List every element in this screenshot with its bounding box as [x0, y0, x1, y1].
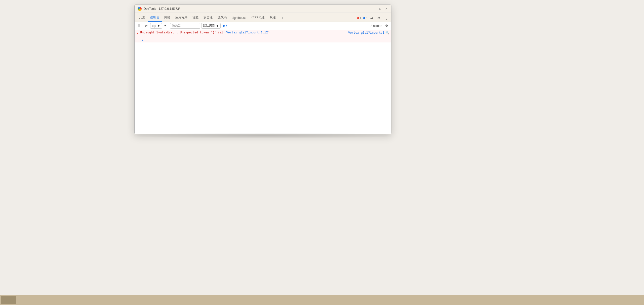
expand-arrow[interactable]: ▶	[142, 38, 143, 42]
more-options-icon[interactable]: ⋮	[384, 16, 389, 21]
window-title: DevTools - 127.0.0.1:5173/	[144, 7, 180, 11]
error-suffix: )	[268, 31, 270, 34]
search-icon[interactable]: 🔍	[385, 31, 389, 35]
tab-console[interactable]: 控制台	[148, 14, 162, 22]
sidebar-toggle-button[interactable]: ☰	[136, 23, 142, 29]
nav-right: 1 6 ⇌ ⚙ ⋮	[357, 16, 389, 22]
log-count-badge: 6	[223, 24, 227, 28]
clear-console-button[interactable]: ⊘	[143, 23, 149, 29]
error-right-section: Vertex.glsl?import:1 🔍	[347, 31, 389, 35]
tab-lighthouse[interactable]: Lighthouse	[229, 15, 249, 22]
error-message-text: Uncaught SyntaxError: Unexpected token '…	[140, 31, 347, 34]
level-label: 默认级别	[203, 24, 215, 28]
title-bar-left: DevTools - 127.0.0.1:5173/	[138, 7, 180, 11]
error-entry: ● Uncaught SyntaxError: Unexpected token…	[135, 30, 391, 37]
maximize-button[interactable]: □	[378, 7, 382, 11]
tab-performance[interactable]: 性能	[190, 14, 201, 22]
console-toolbar: ☰ ⊘ top ▼ 👁 默认级别 ▼ 6 2 hidden ⚙	[135, 22, 391, 30]
eye-button[interactable]: 👁	[163, 23, 169, 29]
taskbar	[0, 295, 644, 305]
close-button[interactable]: ✕	[384, 7, 388, 11]
log-level-selector[interactable]: 默认级别 ▼	[201, 23, 221, 29]
log-count: 6	[366, 17, 367, 20]
tab-sources[interactable]: 源代码	[215, 14, 229, 22]
log-count-dot	[223, 25, 225, 27]
tab-welcome[interactable]: 欢迎	[267, 14, 278, 22]
console-settings-icon: ⚙	[385, 24, 388, 28]
hidden-count: 2 hidden	[371, 24, 382, 28]
console-content: ● Uncaught SyntaxError: Unexpected token…	[135, 30, 391, 134]
error-source-link[interactable]: Vertex.glsl?import:1:12	[226, 31, 268, 34]
log-count-label: 6	[225, 24, 227, 28]
context-selector[interactable]: top ▼	[150, 23, 162, 29]
log-dot	[363, 17, 365, 19]
console-settings-button[interactable]: ⚙	[384, 23, 390, 29]
window-controls: — □ ✕	[372, 7, 388, 11]
tab-security[interactable]: 安全性	[201, 14, 215, 22]
error-dot	[357, 17, 359, 19]
title-bar: DevTools - 127.0.0.1:5173/ — □ ✕	[135, 5, 391, 13]
filter-input[interactable]	[170, 23, 200, 29]
tab-css-overview[interactable]: CSS 概述	[249, 14, 267, 22]
chrome-icon	[138, 7, 142, 11]
taskbar-item[interactable]	[1, 296, 16, 304]
remote-debug-icon[interactable]: ⇌	[369, 16, 374, 21]
nav-tabs: 元素 控制台 网络 应用程序 性能 安全性 源代码 Lighthouse CSS…	[135, 13, 391, 22]
minimize-button[interactable]: —	[372, 7, 376, 11]
tab-network[interactable]: 网络	[162, 14, 173, 22]
level-arrow: ▼	[216, 24, 219, 28]
error-count: 1	[360, 17, 361, 20]
error-circle-icon: ●	[137, 31, 139, 35]
error-right-link[interactable]: Vertex.glsl?import:1	[348, 31, 384, 35]
tab-application[interactable]: 应用程序	[173, 14, 190, 22]
sidebar-icon: ☰	[138, 24, 141, 28]
tab-elements[interactable]: 元素	[137, 14, 148, 22]
eye-icon: 👁	[164, 24, 168, 28]
settings-icon[interactable]: ⚙	[376, 16, 382, 21]
toolbar-right: 2 hidden ⚙	[371, 23, 390, 29]
add-tab-button[interactable]: +	[279, 15, 286, 22]
error-prefix: Uncaught SyntaxError: Unexpected token '…	[140, 31, 225, 34]
log-badge: 6	[363, 17, 367, 20]
error-badge: 1	[357, 17, 361, 20]
expand-row: ▶	[135, 37, 391, 42]
clear-icon: ⊘	[145, 24, 148, 28]
context-dropdown-arrow: ▼	[157, 24, 160, 28]
context-label: top	[152, 24, 156, 28]
devtools-window: DevTools - 127.0.0.1:5173/ — □ ✕ 元素 控制台 …	[134, 5, 391, 134]
